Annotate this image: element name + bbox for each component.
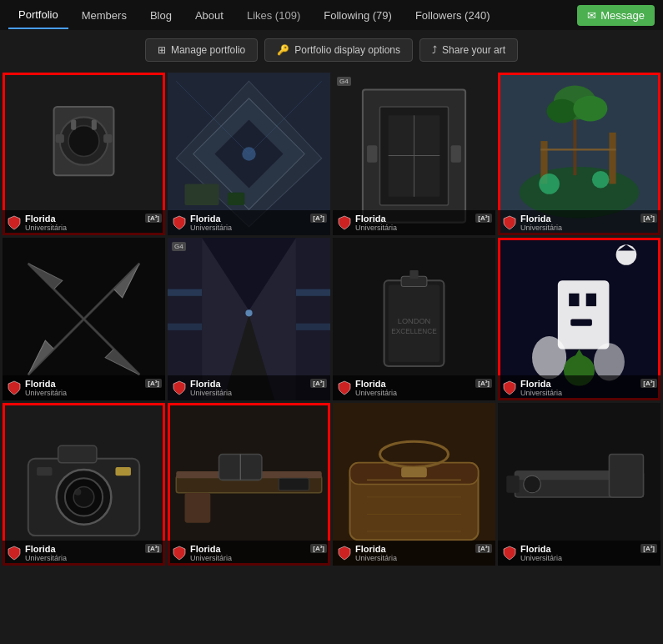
grid-item[interactable]: Florida Universitária [A³] bbox=[498, 73, 660, 235]
item-overlay: Florida Universitária [A³] bbox=[333, 375, 495, 400]
grid-item[interactable]: Florida Universitária [A³] bbox=[168, 73, 330, 235]
svg-rect-82 bbox=[115, 467, 130, 475]
display-icon: 🔑 bbox=[277, 44, 289, 56]
user-rank: Universitária bbox=[520, 224, 562, 232]
svg-point-34 bbox=[539, 174, 560, 194]
item-overlay: Florida Universitária [A³] bbox=[333, 210, 495, 235]
user-name: Florida bbox=[25, 379, 67, 389]
nav-blog[interactable]: Blog bbox=[140, 3, 182, 28]
grid-item[interactable]: Florida Universitária [A³] bbox=[3, 238, 165, 400]
shield-icon bbox=[338, 380, 351, 395]
item-overlay: Florida Universitária [A³] bbox=[3, 375, 165, 400]
share-icon: ⤴ bbox=[432, 44, 437, 56]
shield-icon bbox=[8, 546, 21, 561]
svg-rect-66 bbox=[558, 280, 610, 349]
user-name: Florida bbox=[520, 214, 562, 224]
svg-rect-105 bbox=[506, 475, 519, 493]
grade-text: [A³] bbox=[145, 544, 162, 553]
svg-point-3 bbox=[68, 126, 99, 157]
svg-rect-103 bbox=[609, 455, 643, 497]
user-info: Florida Universitária bbox=[520, 214, 562, 232]
nav-members[interactable]: Members bbox=[72, 3, 137, 28]
user-info: Florida Universitária bbox=[355, 214, 397, 232]
svg-point-14 bbox=[242, 147, 255, 160]
shield-icon bbox=[8, 380, 21, 395]
user-info: Florida Universitária bbox=[25, 214, 67, 232]
navigation: Portfolio Members Blog About Likes (109)… bbox=[0, 0, 663, 30]
user-rank: Universitária bbox=[25, 224, 67, 232]
user-name: Florida bbox=[190, 379, 232, 389]
svg-rect-51 bbox=[168, 289, 202, 296]
svg-text:EXCELLENCE: EXCELLENCE bbox=[391, 328, 437, 335]
user-info: Florida Universitária bbox=[190, 544, 232, 562]
svg-rect-24 bbox=[451, 145, 461, 163]
user-name: Florida bbox=[355, 214, 397, 224]
nav-followers[interactable]: Followers (240) bbox=[405, 3, 500, 28]
shield-icon bbox=[173, 380, 186, 395]
svg-point-29 bbox=[547, 99, 578, 123]
grade-text: [A³] bbox=[475, 544, 492, 553]
user-info: Florida Universitária bbox=[25, 544, 67, 562]
grade-badge: G4 bbox=[337, 77, 351, 86]
toolbar: ⊞ Manage portfolio 🔑 Portfolio display o… bbox=[0, 30, 663, 70]
item-overlay: Florida Universitária [A³] bbox=[168, 210, 330, 235]
shield-icon bbox=[173, 215, 186, 230]
grid-item[interactable]: G4 Florida Universitária [A³] bbox=[333, 73, 495, 235]
user-rank: Universitária bbox=[25, 389, 67, 397]
grade-text: [A³] bbox=[475, 379, 492, 388]
user-info: Florida Universitária bbox=[520, 544, 562, 562]
svg-rect-6 bbox=[56, 134, 64, 143]
grid-item[interactable]: Florida Universitária [A³] bbox=[333, 403, 495, 566]
nav-following[interactable]: Following (79) bbox=[314, 3, 402, 28]
grid-item[interactable]: Florida Universitária [A³] bbox=[498, 238, 660, 400]
display-options-button[interactable]: 🔑 Portfolio display options bbox=[264, 38, 413, 62]
user-info: Florida Universitária bbox=[355, 379, 397, 397]
shield-icon bbox=[503, 380, 516, 395]
shield-icon bbox=[338, 546, 351, 561]
svg-rect-67 bbox=[569, 294, 579, 306]
svg-text:LONDON: LONDON bbox=[398, 317, 430, 325]
shield-icon bbox=[8, 215, 21, 230]
grid-item[interactable]: G4 Florida Universitária [A³] bbox=[168, 238, 330, 400]
user-name: Florida bbox=[25, 544, 67, 554]
svg-rect-69 bbox=[570, 319, 592, 326]
svg-rect-15 bbox=[185, 184, 219, 205]
svg-point-30 bbox=[573, 96, 607, 122]
shield-icon bbox=[503, 546, 516, 561]
svg-rect-53 bbox=[168, 324, 202, 330]
user-rank: Universitária bbox=[190, 389, 232, 397]
svg-rect-89 bbox=[279, 478, 309, 490]
svg-point-70 bbox=[532, 336, 566, 379]
manage-portfolio-button[interactable]: ⊞ Manage portfolio bbox=[145, 38, 258, 62]
svg-rect-99 bbox=[401, 467, 427, 477]
grid-item[interactable]: Florida Universitária [A³] bbox=[3, 403, 165, 566]
grid-item[interactable]: Florida Universitária [A³] bbox=[168, 403, 330, 566]
grade-text: [A³] bbox=[145, 379, 162, 388]
message-icon: ✉ bbox=[587, 9, 596, 22]
grid-item[interactable]: LONDON EXCELLENCE Florida Universitária … bbox=[333, 238, 495, 400]
shield-icon bbox=[503, 215, 516, 230]
svg-rect-62 bbox=[409, 270, 418, 279]
svg-rect-88 bbox=[185, 493, 211, 523]
svg-rect-7 bbox=[103, 134, 112, 143]
svg-rect-54 bbox=[296, 324, 330, 330]
nav-about[interactable]: About bbox=[185, 3, 234, 28]
grade-text: [A³] bbox=[310, 214, 327, 223]
message-button[interactable]: ✉ Message bbox=[577, 5, 655, 26]
user-name: Florida bbox=[355, 544, 397, 554]
svg-rect-16 bbox=[228, 193, 245, 205]
share-button[interactable]: ⤴ Share your art bbox=[419, 38, 518, 62]
display-label: Portfolio display options bbox=[294, 44, 400, 56]
nav-portfolio[interactable]: Portfolio bbox=[8, 2, 68, 29]
item-overlay: Florida Universitária [A³] bbox=[498, 541, 660, 566]
user-info: Florida Universitária bbox=[190, 379, 232, 397]
user-rank: Universitária bbox=[355, 389, 397, 397]
grid-item[interactable]: Florida Universitária [A³] bbox=[3, 73, 165, 235]
manage-icon: ⊞ bbox=[158, 44, 166, 56]
nav-likes[interactable]: Likes (109) bbox=[237, 3, 310, 28]
item-overlay: Florida Universitária [A³] bbox=[168, 375, 330, 400]
svg-rect-32 bbox=[609, 133, 615, 184]
user-info: Florida Universitária bbox=[25, 379, 67, 397]
user-name: Florida bbox=[520, 379, 562, 389]
grid-item[interactable]: Florida Universitária [A³] bbox=[498, 403, 660, 566]
